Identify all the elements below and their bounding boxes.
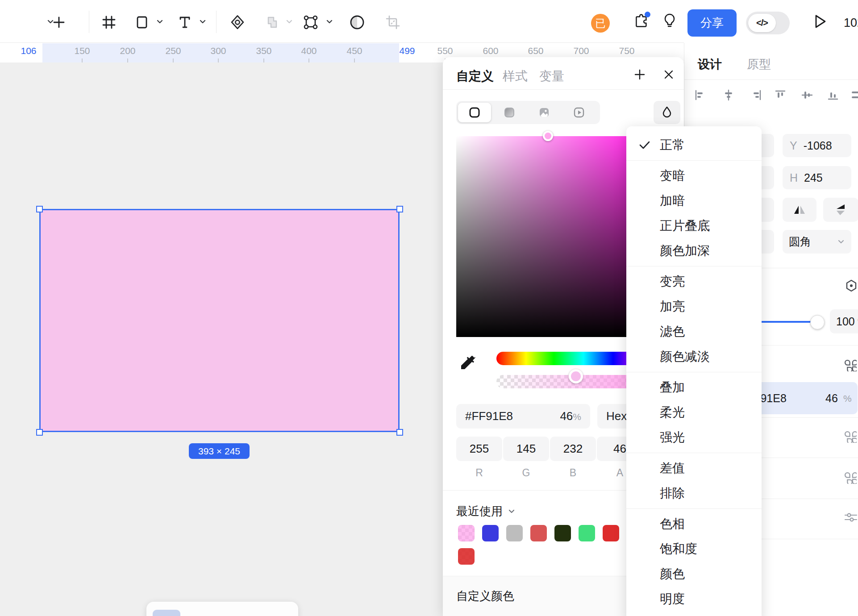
eyedropper-button[interactable] (459, 354, 477, 371)
fill-styles-button[interactable] (844, 359, 857, 371)
picker-tab-1[interactable]: 自定义 (456, 68, 494, 85)
recent-colors-header[interactable]: 最近使用 (456, 504, 516, 519)
top-toolbar: 已 分享 </> 102 (0, 0, 858, 43)
align-vertical-center-button[interactable] (801, 89, 813, 101)
blend-menu-item[interactable]: 正片叠底 (626, 213, 762, 238)
add-fill-button[interactable] (633, 68, 646, 81)
ruler-tick (308, 58, 309, 62)
align-right-button[interactable] (750, 89, 762, 101)
selection-handle-top-left[interactable] (36, 206, 43, 212)
opacity-field[interactable]: 100 % (830, 309, 858, 333)
fill-type-image-button[interactable] (528, 103, 561, 122)
fill-type-gradient-button[interactable] (493, 103, 526, 122)
height-field[interactable]: H 245 (783, 166, 851, 189)
inspector-tab-2[interactable]: 原型 (747, 56, 771, 72)
blend-menu-item-label: 正片叠底 (660, 217, 710, 234)
blend-menu-item-label: 强光 (660, 429, 685, 446)
blend-menu-item[interactable]: 颜色减淡 (626, 344, 762, 369)
inspector-tab-1[interactable]: 设计 (698, 56, 722, 72)
mask-tool-button[interactable] (347, 12, 367, 32)
picker-tab-2[interactable]: 样式 (503, 68, 528, 85)
corner-radius-field[interactable]: 圆角 (783, 230, 851, 254)
blend-menu-item-label: 正常 (660, 137, 685, 154)
align-top-button[interactable] (775, 89, 786, 101)
rgba-field-r[interactable]: 255 (456, 437, 502, 461)
blend-menu-item[interactable]: 强光 (626, 425, 762, 450)
blend-menu-item[interactable]: 明度 (626, 587, 762, 612)
blend-menu-item[interactable]: 差值 (626, 456, 762, 481)
duplicate-tool-chevron[interactable] (285, 19, 294, 25)
opacity-slider-handle[interactable] (810, 315, 825, 329)
stroke-styles-button[interactable] (844, 430, 857, 443)
add-tool-chevron[interactable] (46, 19, 55, 25)
shape-tool-button[interactable] (132, 12, 152, 32)
move-tool-button[interactable] (228, 12, 247, 32)
blend-menu-item[interactable]: 滤色 (626, 319, 762, 344)
floating-toolbar-chip[interactable] (153, 610, 180, 616)
dev-mode-toggle[interactable]: </> (746, 12, 790, 34)
flip-vertical-button[interactable] (823, 198, 858, 222)
blend-menu-item[interactable]: 排除 (626, 481, 762, 506)
recent-color-swatch[interactable] (579, 525, 595, 541)
layer-settings-button[interactable] (844, 279, 858, 293)
hex-input[interactable]: #FF91E8 46% (456, 404, 590, 429)
saturation-handle[interactable] (543, 131, 553, 141)
selected-rectangle[interactable] (39, 209, 400, 432)
custom-colors-header[interactable]: 自定义颜色 (456, 588, 514, 604)
component-tool-chevron[interactable] (325, 19, 334, 25)
flip-horizontal-button[interactable] (783, 198, 816, 222)
fill-type-solid-button[interactable] (458, 103, 491, 122)
blend-menu-item[interactable]: 颜色加深 (626, 238, 762, 263)
rgba-field-b[interactable]: 232 (550, 437, 596, 461)
recent-color-swatch[interactable] (458, 525, 475, 541)
blend-menu-item[interactable]: 色相 (626, 512, 762, 537)
selection-handle-top-right[interactable] (396, 206, 403, 212)
align-left-button[interactable] (694, 89, 706, 101)
share-button[interactable]: 分享 (687, 9, 737, 37)
recent-color-swatch[interactable] (603, 525, 619, 541)
blend-menu-item[interactable]: 饱和度 (626, 537, 762, 562)
align-bottom-button[interactable] (827, 89, 839, 101)
align-horizontal-center-button[interactable] (723, 89, 734, 101)
blend-menu-item[interactable]: 正常 (626, 133, 762, 158)
duplicate-tool-button[interactable] (262, 12, 282, 32)
blend-menu-item-label: 明度 (660, 591, 685, 608)
avatar[interactable]: 已 (591, 14, 610, 33)
alpha-slider-handle[interactable] (569, 369, 583, 383)
floating-toolbar[interactable] (146, 602, 298, 616)
rgba-field-g[interactable]: 145 (503, 437, 549, 461)
adjust-button[interactable] (844, 511, 858, 524)
blend-menu-item[interactable]: 颜色 (626, 562, 762, 587)
blend-menu-item[interactable]: 加暗 (626, 188, 762, 213)
recent-color-swatch[interactable] (506, 525, 523, 541)
recent-color-swatch[interactable] (482, 525, 499, 541)
text-tool-chevron[interactable] (198, 19, 207, 25)
ruler-mark: 750 (619, 46, 634, 56)
close-panel-button[interactable] (662, 68, 675, 81)
text-tool-button[interactable] (175, 12, 195, 32)
crop-tool-button[interactable] (383, 12, 403, 32)
blend-mode-button[interactable] (654, 101, 680, 124)
y-field[interactable]: Y -1068 (783, 134, 851, 157)
distribute-button[interactable] (850, 89, 858, 101)
component-tool-button[interactable] (301, 12, 321, 32)
recent-color-swatch[interactable] (458, 548, 475, 565)
ideas-button[interactable] (660, 12, 679, 31)
picker-tab-3[interactable]: 变量 (539, 68, 564, 85)
selection-handle-bottom-left[interactable] (36, 429, 43, 436)
ruler-tick (173, 58, 174, 62)
selection-handle-bottom-right[interactable] (396, 429, 403, 436)
shape-tool-chevron[interactable] (155, 19, 164, 25)
blend-menu-item[interactable]: 叠加 (626, 375, 762, 400)
effect-styles-button[interactable] (844, 471, 857, 484)
blend-menu-item[interactable]: 变暗 (626, 163, 762, 188)
present-button[interactable] (810, 12, 829, 31)
frame-tool-button[interactable] (99, 12, 119, 32)
blend-menu-item[interactable]: 加亮 (626, 294, 762, 319)
zoom-level[interactable]: 102 (844, 16, 858, 30)
fill-type-video-button[interactable] (562, 103, 596, 122)
recent-color-swatch[interactable] (554, 525, 571, 541)
blend-menu-item[interactable]: 柔光 (626, 400, 762, 425)
blend-menu-item[interactable]: 变亮 (626, 269, 762, 294)
recent-color-swatch[interactable] (530, 525, 547, 541)
